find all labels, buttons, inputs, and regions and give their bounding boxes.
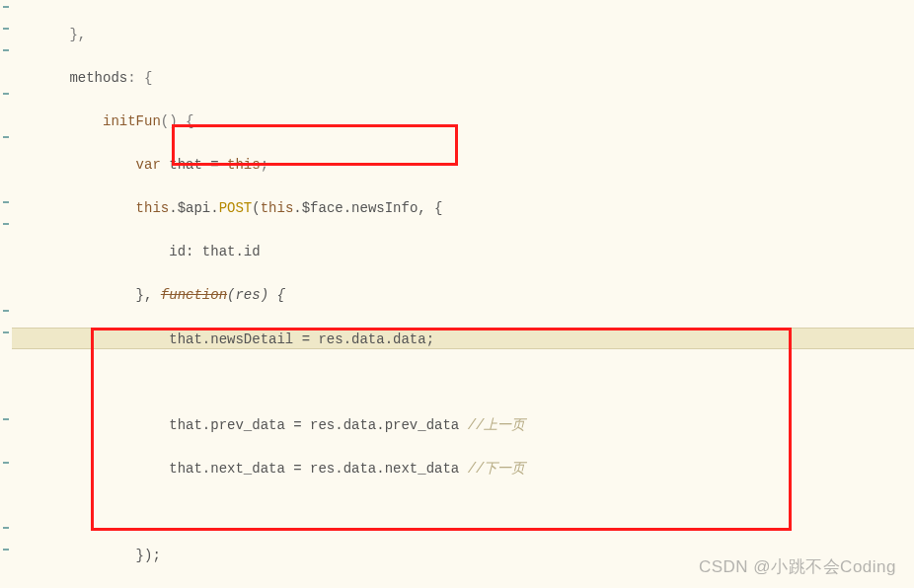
code-line [12,501,914,523]
code-line: that.prev_data = res.data.prev_data //上一… [12,414,914,436]
fold-marker [3,28,9,30]
code-line: id: that.id [12,241,914,262]
fold-marker [3,418,9,420]
fold-marker [3,6,9,8]
code-line: this.$api.POST(this.$face.newsInfo, { [12,197,914,219]
fold-marker [3,310,9,312]
code-line: initFun() { [12,110,914,132]
code-line-highlighted: that.newsDetail = res.data.data; [12,328,914,349]
fold-marker [3,331,9,333]
fold-marker [3,136,9,138]
code-editor[interactable]: }, methods: { initFun() { var that = thi… [12,0,914,588]
fold-marker [3,201,9,203]
gutter [0,0,12,588]
code-line: }, [12,24,914,45]
code-line: var that = this; [12,154,914,176]
fold-marker [3,223,9,225]
fold-marker [3,93,9,95]
watermark: CSDN @小跳不会Coding [699,556,896,578]
fold-marker [3,549,9,551]
fold-marker [3,49,9,51]
code-line [12,371,914,393]
code-line: that.next_data = res.data.next_data //下一… [12,458,914,479]
fold-marker [3,527,9,529]
code-line: methods: { [12,67,914,89]
code-line: }, function(res) { [12,284,914,306]
fold-marker [3,462,9,464]
